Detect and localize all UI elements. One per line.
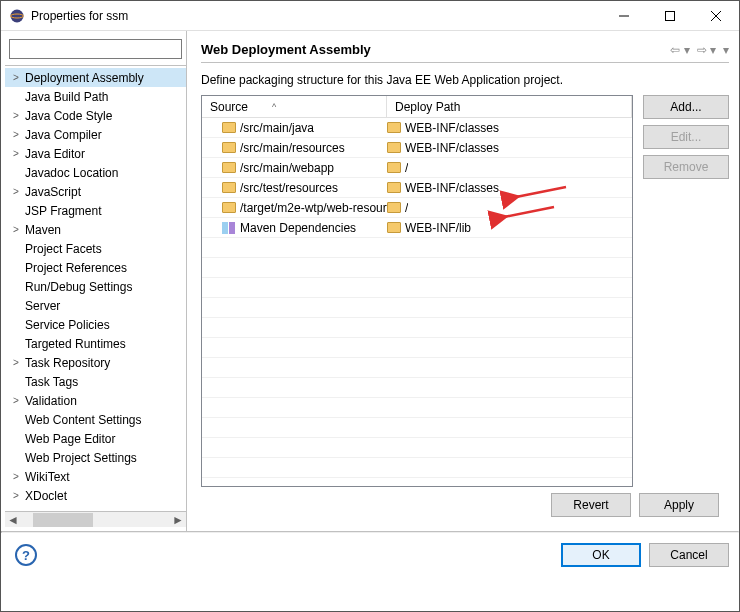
sidebar-item-java-editor[interactable]: >Java Editor: [5, 144, 186, 163]
sidebar-item-project-references[interactable]: Project References: [5, 258, 186, 277]
folder-icon: [387, 142, 401, 153]
source-path: /target/m2e-wtp/web-resources: [240, 201, 387, 215]
table-row[interactable]: /src/main/webapp/: [202, 158, 632, 178]
expand-caret-icon[interactable]: >: [9, 109, 23, 123]
folder-icon: [222, 182, 236, 193]
expand-caret-icon[interactable]: >: [9, 185, 23, 199]
table-row-empty: [202, 298, 632, 318]
assembly-table[interactable]: Source ^ Deploy Path /src/main/javaWEB-I…: [201, 95, 633, 487]
expand-caret-icon: [9, 375, 23, 389]
folder-icon: [222, 202, 236, 213]
remove-button[interactable]: Remove: [643, 155, 729, 179]
table-header: Source ^ Deploy Path: [202, 96, 632, 118]
folder-icon: [222, 162, 236, 173]
table-row[interactable]: /src/main/resourcesWEB-INF/classes: [202, 138, 632, 158]
sidebar-item-validation[interactable]: >Validation: [5, 391, 186, 410]
folder-icon: [387, 122, 401, 133]
cancel-button[interactable]: Cancel: [649, 543, 729, 567]
sidebar-item-javascript[interactable]: >JavaScript: [5, 182, 186, 201]
maximize-button[interactable]: [647, 1, 693, 31]
sidebar-item-label: Project References: [23, 260, 129, 276]
sidebar-item-maven[interactable]: >Maven: [5, 220, 186, 239]
sidebar-item-label: Web Page Editor: [23, 431, 118, 447]
sidebar-item-targeted-runtimes[interactable]: Targeted Runtimes: [5, 334, 186, 353]
table-row[interactable]: /src/test/resourcesWEB-INF/classes: [202, 178, 632, 198]
sidebar-item-label: Validation: [23, 393, 79, 409]
sidebar-item-label: Maven: [23, 222, 63, 238]
sidebar-item-label: Web Content Settings: [23, 412, 144, 428]
table-row-empty: [202, 338, 632, 358]
deploy-path: WEB-INF/classes: [405, 141, 499, 155]
sidebar-item-xdoclet[interactable]: >XDoclet: [5, 486, 186, 505]
forward-icon[interactable]: ⇨ ▾: [697, 43, 716, 57]
sidebar-item-service-policies[interactable]: Service Policies: [5, 315, 186, 334]
sidebar-item-wikitext[interactable]: >WikiText: [5, 467, 186, 486]
page-title: Web Deployment Assembly: [201, 42, 666, 57]
svg-rect-3: [666, 11, 675, 20]
folder-icon: [222, 122, 236, 133]
eclipse-icon: [9, 8, 25, 24]
sidebar-item-label: Java Code Style: [23, 108, 114, 124]
table-row-empty: [202, 478, 632, 486]
menu-icon[interactable]: ▾: [723, 43, 729, 57]
expand-caret-icon[interactable]: >: [9, 128, 23, 142]
expand-caret-icon[interactable]: >: [9, 223, 23, 237]
expand-caret-icon: [9, 451, 23, 465]
ok-button[interactable]: OK: [561, 543, 641, 567]
library-icon: [222, 222, 236, 234]
scroll-thumb[interactable]: [33, 513, 93, 527]
filter-input[interactable]: [9, 39, 182, 59]
horizontal-scrollbar[interactable]: ◄ ►: [5, 511, 186, 527]
sidebar-item-web-project-settings[interactable]: Web Project Settings: [5, 448, 186, 467]
minimize-button[interactable]: [601, 1, 647, 31]
expand-caret-icon[interactable]: >: [9, 356, 23, 370]
sidebar-item-label: JavaScript: [23, 184, 83, 200]
folder-icon: [387, 222, 401, 233]
help-icon[interactable]: ?: [15, 544, 37, 566]
filter-box: [9, 39, 182, 59]
deploy-path: WEB-INF/classes: [405, 121, 499, 135]
table-row-empty: [202, 358, 632, 378]
folder-icon: [387, 202, 401, 213]
table-row[interactable]: Maven DependenciesWEB-INF/lib: [202, 218, 632, 238]
sidebar-item-java-build-path[interactable]: Java Build Path: [5, 87, 186, 106]
column-deploy[interactable]: Deploy Path: [387, 96, 632, 117]
edit-button[interactable]: Edit...: [643, 125, 729, 149]
column-source[interactable]: Source ^: [202, 96, 387, 117]
table-row[interactable]: /target/m2e-wtp/web-resources/: [202, 198, 632, 218]
sidebar-item-project-facets[interactable]: Project Facets: [5, 239, 186, 258]
sidebar-item-server[interactable]: Server: [5, 296, 186, 315]
sidebar-item-web-content-settings[interactable]: Web Content Settings: [5, 410, 186, 429]
expand-caret-icon[interactable]: >: [9, 394, 23, 408]
sidebar: >Deployment AssemblyJava Build Path>Java…: [1, 31, 187, 531]
sidebar-item-task-repository[interactable]: >Task Repository: [5, 353, 186, 372]
expand-caret-icon: [9, 204, 23, 218]
close-button[interactable]: [693, 1, 739, 31]
scroll-left-icon[interactable]: ◄: [5, 513, 21, 527]
revert-button[interactable]: Revert: [551, 493, 631, 517]
sidebar-item-javadoc-location[interactable]: Javadoc Location: [5, 163, 186, 182]
apply-button[interactable]: Apply: [639, 493, 719, 517]
sidebar-item-run-debug-settings[interactable]: Run/Debug Settings: [5, 277, 186, 296]
title-bar: Properties for ssm: [1, 1, 739, 31]
back-icon[interactable]: ⇦ ▾: [670, 43, 689, 57]
sidebar-item-label: Deployment Assembly: [23, 70, 146, 86]
table-row[interactable]: /src/main/javaWEB-INF/classes: [202, 118, 632, 138]
svg-point-0: [11, 9, 24, 22]
sidebar-item-jsp-fragment[interactable]: JSP Fragment: [5, 201, 186, 220]
expand-caret-icon[interactable]: >: [9, 470, 23, 484]
add-button[interactable]: Add...: [643, 95, 729, 119]
sidebar-item-label: Java Editor: [23, 146, 87, 162]
expand-caret-icon[interactable]: >: [9, 489, 23, 503]
sidebar-item-web-page-editor[interactable]: Web Page Editor: [5, 429, 186, 448]
scroll-right-icon[interactable]: ►: [170, 513, 186, 527]
sidebar-item-deployment-assembly[interactable]: >Deployment Assembly: [5, 68, 186, 87]
sidebar-item-java-code-style[interactable]: >Java Code Style: [5, 106, 186, 125]
sidebar-item-label: Java Build Path: [23, 89, 110, 105]
property-tree[interactable]: >Deployment AssemblyJava Build Path>Java…: [5, 65, 186, 511]
sidebar-item-task-tags[interactable]: Task Tags: [5, 372, 186, 391]
expand-caret-icon[interactable]: >: [9, 147, 23, 161]
expand-caret-icon[interactable]: >: [9, 71, 23, 85]
assembly-body: Source ^ Deploy Path /src/main/javaWEB-I…: [201, 95, 729, 487]
sidebar-item-java-compiler[interactable]: >Java Compiler: [5, 125, 186, 144]
